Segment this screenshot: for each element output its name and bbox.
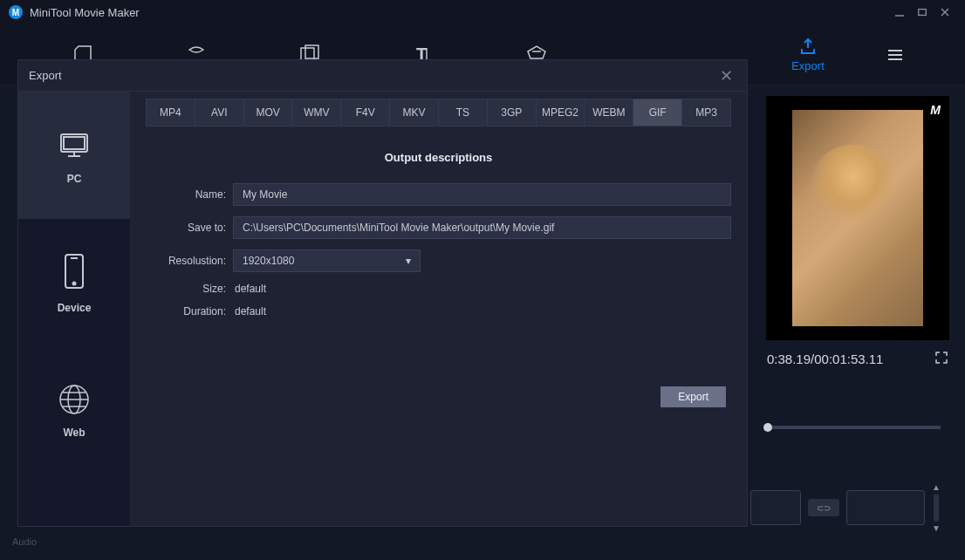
- name-label: Name:: [146, 188, 233, 201]
- target-device-label: Device: [58, 302, 92, 314]
- svg-point-18: [73, 283, 76, 285]
- resolution-label: Resolustion:: [146, 255, 233, 267]
- preview-image: [792, 110, 923, 326]
- preview-frame[interactable]: M: [766, 96, 949, 340]
- timeline-slider[interactable]: [766, 426, 941, 429]
- scroll-track[interactable]: [934, 494, 939, 522]
- duration-label: Duration:: [146, 305, 233, 318]
- scroll-down-icon[interactable]: ▼: [932, 523, 941, 533]
- format-tab-mpeg2[interactable]: MPEG2: [537, 99, 585, 126]
- app-title: MiniTool Movie Maker: [30, 6, 140, 19]
- timeline-tracks: ⊂⊃ ▲ ▼: [750, 477, 953, 538]
- svg-rect-1: [919, 10, 927, 16]
- watermark-icon: M: [930, 103, 941, 117]
- chevron-down-icon: ▾: [406, 255, 411, 267]
- clip-thumbnail[interactable]: [750, 490, 801, 525]
- format-tab-3gp[interactable]: 3GP: [488, 99, 537, 126]
- audio-track-label: Audio: [12, 536, 37, 547]
- app-logo-icon: M: [9, 5, 23, 19]
- target-web[interactable]: Web: [18, 346, 130, 474]
- format-tab-mp4[interactable]: MP4: [147, 99, 195, 126]
- export-targets-sidebar: PC Device Web: [18, 92, 130, 526]
- preview-panel: M 0:38.19/00:01:53.11: [762, 96, 954, 401]
- format-tabs: MP4AVIMOVWMVF4VMKVTS3GPMPEG2WEBMGIFMP3: [146, 99, 731, 126]
- svg-rect-13: [64, 137, 85, 149]
- playback-time: 0:38.19/00:01:53.11: [767, 352, 883, 366]
- export-dialog: Export ✕ PC Device Web: [17, 59, 748, 527]
- fullscreen-icon[interactable]: [934, 351, 948, 367]
- format-tab-ts[interactable]: TS: [439, 99, 488, 126]
- export-button[interactable]: Export: [660, 386, 726, 407]
- target-device[interactable]: Device: [18, 219, 130, 346]
- export-tool-label: Export: [791, 59, 825, 72]
- format-tab-mkv[interactable]: MKV: [390, 99, 439, 126]
- output-heading: Output descriptions: [146, 151, 731, 164]
- target-pc-label: PC: [67, 173, 82, 185]
- format-tab-webm[interactable]: WEBM: [585, 99, 633, 126]
- scroll-up-icon[interactable]: ▲: [932, 482, 941, 492]
- format-tab-gif[interactable]: GIF: [633, 99, 682, 126]
- clip-thumbnail[interactable]: [846, 490, 925, 525]
- timeline-scrollbar[interactable]: ▲ ▼: [932, 482, 941, 533]
- target-web-label: Web: [63, 427, 85, 439]
- target-pc[interactable]: PC: [18, 92, 130, 219]
- name-input[interactable]: [233, 183, 731, 206]
- slider-thumb[interactable]: [763, 423, 772, 432]
- format-tab-mp3[interactable]: MP3: [682, 99, 730, 126]
- titlebar: M MiniTool Movie Maker: [0, 0, 965, 24]
- format-tab-mov[interactable]: MOV: [244, 99, 293, 126]
- format-tab-wmv[interactable]: WMV: [292, 99, 341, 126]
- menu-button[interactable]: [852, 44, 939, 65]
- dialog-header: Export ✕: [18, 60, 747, 92]
- maximize-button[interactable]: [911, 3, 934, 21]
- saveto-input[interactable]: [233, 216, 731, 239]
- resolution-value: 1920x1080: [243, 255, 294, 267]
- dialog-close-icon[interactable]: ✕: [716, 66, 736, 85]
- duration-value: default: [233, 305, 266, 318]
- size-label: Size:: [146, 283, 233, 295]
- saveto-label: Save to:: [146, 222, 233, 234]
- format-tab-f4v[interactable]: F4V: [341, 99, 390, 126]
- format-tab-avi[interactable]: AVI: [195, 99, 244, 126]
- export-tool[interactable]: Export: [764, 37, 852, 72]
- minimize-button[interactable]: [888, 3, 911, 21]
- dialog-title: Export: [29, 69, 62, 82]
- close-button[interactable]: [934, 3, 956, 21]
- link-icon[interactable]: ⊂⊃: [808, 499, 839, 516]
- resolution-select[interactable]: 1920x1080 ▾: [233, 249, 421, 272]
- size-value: default: [233, 283, 266, 295]
